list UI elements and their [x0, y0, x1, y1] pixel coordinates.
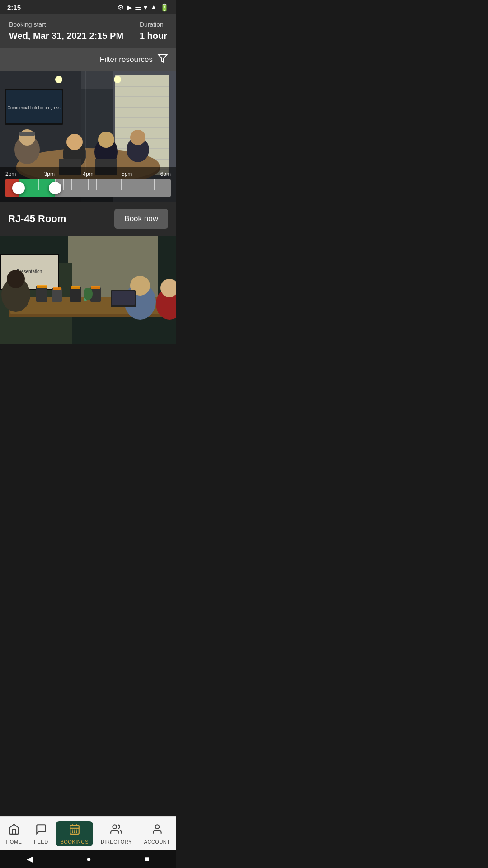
svg-point-60 — [84, 288, 93, 300]
book-now-button-1[interactable]: Book now — [114, 209, 168, 229]
svg-point-32 — [55, 76, 62, 83]
room-image-container-1: Commercial hotel in progress — [0, 71, 176, 202]
timeline-overlay-1[interactable]: 2pm 3pm 4pm 5pm 6pm — [0, 167, 176, 202]
sim-icon: ☰ — [135, 3, 141, 12]
tick-1 — [38, 179, 39, 190]
timeline-label-4pm: 4pm — [83, 171, 93, 177]
svg-rect-50 — [71, 286, 80, 289]
timeline-label-3pm: 3pm — [44, 171, 55, 177]
signal-icon: ▲ — [150, 3, 157, 11]
svg-point-25 — [66, 134, 83, 150]
timeline-label-5pm: 5pm — [122, 171, 132, 177]
tick-2 — [47, 179, 47, 190]
play-icon: ▶ — [127, 3, 132, 12]
room-image-container-2: Presentation — [0, 236, 176, 344]
duration-value: 1 hour — [140, 31, 167, 41]
svg-rect-23 — [19, 132, 35, 136]
tick-9 — [105, 179, 105, 190]
timeline-bar-1[interactable] — [5, 179, 171, 197]
timeline-handle-left-1[interactable] — [12, 182, 25, 194]
tick-4 — [63, 179, 64, 190]
svg-point-33 — [114, 76, 121, 83]
room-name-1: RJ-45 Room — [8, 213, 66, 225]
tick-14 — [146, 179, 146, 190]
status-bar: 2:15 ⚙ ▶ ☰ ▾ ▲ 🔋 — [0, 0, 176, 14]
tick-10 — [113, 179, 113, 190]
svg-marker-0 — [158, 54, 167, 62]
svg-point-44 — [7, 270, 25, 288]
timeline-handle-right-1[interactable] — [49, 182, 61, 194]
status-icons: ⚙ ▶ ☰ ▾ ▲ 🔋 — [117, 3, 169, 12]
timeline-label-2pm: 2pm — [5, 171, 16, 177]
battery-icon: 🔋 — [160, 3, 169, 12]
room-image-2: Presentation — [0, 236, 176, 344]
booking-start-col[interactable]: Booking start Wed, Mar 31, 2021 2:15 PM — [9, 21, 123, 41]
svg-point-29 — [130, 130, 145, 145]
tick-8 — [96, 179, 97, 190]
wifi-icon: ▾ — [144, 3, 147, 12]
duration-label: Duration — [140, 21, 167, 28]
room-card-2: Presentation — [0, 236, 176, 344]
timeline-label-6pm: 6pm — [160, 171, 171, 177]
tick-15 — [154, 179, 155, 190]
booking-start-value: Wed, Mar 31, 2021 2:15 PM — [9, 31, 123, 41]
status-time: 2:15 — [7, 4, 21, 11]
svg-text:Commercial hotel in progress: Commercial hotel in progress — [7, 105, 61, 110]
tick-5 — [71, 179, 72, 190]
tick-13 — [138, 179, 138, 190]
svg-rect-58 — [112, 291, 135, 305]
svg-point-27 — [98, 132, 114, 148]
tick-6 — [80, 179, 80, 190]
settings-icon: ⚙ — [117, 3, 124, 12]
svg-rect-46 — [37, 285, 47, 288]
filter-icon[interactable] — [157, 53, 168, 66]
filter-label: Filter resources — [100, 55, 153, 64]
room-info-row-1: RJ-45 Room Book now — [0, 202, 176, 236]
tick-11 — [121, 179, 122, 190]
room-card-1: Commercial hotel in progress — [0, 71, 176, 236]
tick-16 — [163, 179, 163, 190]
filter-bar[interactable]: Filter resources — [0, 48, 176, 71]
booking-header: Booking start Wed, Mar 31, 2021 2:15 PM … — [0, 14, 176, 48]
tick-12 — [130, 179, 130, 190]
timeline-labels-1: 2pm 3pm 4pm 5pm 6pm — [5, 171, 171, 177]
svg-rect-52 — [91, 286, 100, 289]
duration-col[interactable]: Duration 1 hour — [140, 21, 167, 41]
tick-7 — [88, 179, 89, 190]
booking-start-label: Booking start — [9, 21, 123, 28]
svg-rect-48 — [53, 287, 61, 290]
